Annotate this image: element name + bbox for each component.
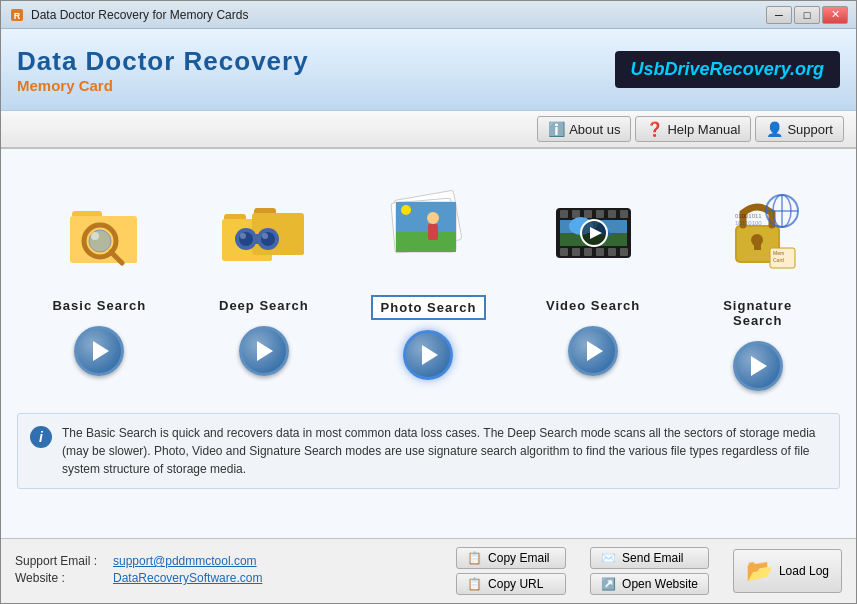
- maximize-button[interactable]: □: [794, 6, 820, 24]
- signature-search-label: Signature Search: [693, 295, 823, 331]
- footer-action-buttons-2: ✉️ Send Email ↗️ Open Website: [590, 547, 709, 595]
- video-search-label: Video Search: [538, 295, 648, 316]
- email-link[interactable]: support@pddmmctool.com: [113, 554, 257, 568]
- basic-search-play-btn[interactable]: [74, 326, 124, 376]
- info-section: i The Basic Search is quick and recovers…: [17, 413, 840, 489]
- video-search-play-btn[interactable]: [568, 326, 618, 376]
- svg-text:01001011: 01001011: [735, 213, 762, 219]
- title-bar-text: Data Doctor Recovery for Memory Cards: [31, 8, 766, 22]
- footer: Support Email : support@pddmmctool.com W…: [1, 538, 856, 603]
- load-log-button[interactable]: 📂 Load Log: [733, 549, 842, 593]
- basic-search-label: Basic Search: [44, 295, 154, 316]
- support-button[interactable]: 👤 Support: [755, 116, 844, 142]
- footer-action-buttons: 📋 Copy Email 📋 Copy URL: [456, 547, 566, 595]
- svg-rect-17: [253, 234, 261, 244]
- close-button[interactable]: ✕: [822, 6, 848, 24]
- svg-rect-40: [572, 248, 580, 256]
- copy-email-icon: 📋: [467, 551, 482, 565]
- support-label: Support: [787, 122, 833, 137]
- email-label: Support Email :: [15, 554, 105, 568]
- minimize-button[interactable]: ─: [766, 6, 792, 24]
- deep-search-item[interactable]: Deep Search: [199, 175, 329, 376]
- copy-url-label: Copy URL: [488, 577, 543, 591]
- play-triangle-basic: [93, 341, 109, 361]
- video-search-item[interactable]: Video Search: [528, 175, 658, 376]
- open-website-button[interactable]: ↗️ Open Website: [590, 573, 709, 595]
- photo-search-icon: [373, 175, 483, 285]
- brand-label: UsbDriveRecovery.org: [615, 51, 840, 88]
- play-triangle-signature: [751, 356, 767, 376]
- open-website-label: Open Website: [622, 577, 698, 591]
- copy-email-label: Copy Email: [488, 551, 549, 565]
- play-triangle-photo: [422, 345, 438, 365]
- svg-text:Card: Card: [773, 257, 784, 263]
- svg-text:Mem: Mem: [773, 250, 784, 256]
- svg-point-8: [91, 232, 99, 240]
- help-manual-label: Help Manual: [667, 122, 740, 137]
- website-label: Website :: [15, 571, 105, 585]
- svg-rect-39: [560, 248, 568, 256]
- svg-rect-35: [584, 210, 592, 218]
- about-us-button[interactable]: ℹ️ About us: [537, 116, 631, 142]
- svg-rect-34: [572, 210, 580, 218]
- website-link[interactable]: DataRecoverySoftware.com: [113, 571, 262, 585]
- svg-rect-38: [620, 210, 628, 218]
- play-triangle-deep: [257, 341, 273, 361]
- help-icon: ❓: [646, 121, 663, 137]
- app-title: Data Doctor Recovery: [17, 46, 615, 77]
- send-email-button[interactable]: ✉️ Send Email: [590, 547, 709, 569]
- video-search-icon: [538, 175, 648, 285]
- signature-search-play-btn[interactable]: [733, 341, 783, 391]
- copy-url-button[interactable]: 📋 Copy URL: [456, 573, 566, 595]
- svg-point-21: [262, 233, 268, 239]
- svg-point-20: [240, 233, 246, 239]
- search-grid: Basic Search: [17, 165, 840, 401]
- play-triangle-video: [587, 341, 603, 361]
- svg-point-29: [427, 212, 439, 224]
- support-icon: 👤: [766, 121, 783, 137]
- photo-search-play-btn[interactable]: [403, 330, 453, 380]
- main-content: Basic Search: [1, 149, 856, 538]
- email-row: Support Email : support@pddmmctool.com: [15, 554, 440, 568]
- info-circle-icon: i: [30, 426, 52, 448]
- svg-point-31: [401, 205, 411, 215]
- window-controls: ─ □ ✕: [766, 6, 848, 24]
- svg-rect-54: [754, 240, 761, 250]
- signature-search-icon: 01001011 10110100 Mem Card: [703, 175, 813, 285]
- svg-rect-33: [560, 210, 568, 218]
- logo-area: Data Doctor Recovery Memory Card: [17, 46, 615, 94]
- title-bar: R Data Doctor Recovery for Memory Cards …: [1, 1, 856, 29]
- help-manual-button[interactable]: ❓ Help Manual: [635, 116, 751, 142]
- deep-search-icon: [209, 175, 319, 285]
- send-email-label: Send Email: [622, 551, 683, 565]
- svg-rect-28: [396, 232, 456, 252]
- svg-rect-36: [596, 210, 604, 218]
- svg-text:R: R: [14, 11, 21, 21]
- deep-search-label: Deep Search: [211, 295, 317, 316]
- basic-search-icon: [44, 175, 154, 285]
- svg-text:10110100: 10110100: [735, 220, 762, 226]
- main-window: R Data Doctor Recovery for Memory Cards …: [0, 0, 857, 604]
- svg-rect-43: [608, 248, 616, 256]
- photo-search-label: Photo Search: [371, 295, 487, 320]
- website-row: Website : DataRecoverySoftware.com: [15, 571, 440, 585]
- open-website-icon: ↗️: [601, 577, 616, 591]
- signature-search-item[interactable]: 01001011 10110100 Mem Card Signature Sea…: [693, 175, 823, 391]
- deep-search-play-btn[interactable]: [239, 326, 289, 376]
- header: Data Doctor Recovery Memory Card UsbDriv…: [1, 29, 856, 111]
- send-email-icon: ✉️: [601, 551, 616, 565]
- footer-info: Support Email : support@pddmmctool.com W…: [15, 554, 440, 588]
- svg-rect-37: [608, 210, 616, 218]
- basic-search-item[interactable]: Basic Search: [34, 175, 164, 376]
- copy-email-button[interactable]: 📋 Copy Email: [456, 547, 566, 569]
- load-log-icon: 📂: [746, 558, 773, 584]
- about-us-label: About us: [569, 122, 620, 137]
- nav-bar: ℹ️ About us ❓ Help Manual 👤 Support: [1, 111, 856, 149]
- svg-rect-42: [596, 248, 604, 256]
- app-icon: R: [9, 7, 25, 23]
- info-icon: ℹ️: [548, 121, 565, 137]
- photo-search-item[interactable]: Photo Search: [363, 175, 493, 380]
- info-text: The Basic Search is quick and recovers d…: [62, 426, 815, 476]
- load-log-label: Load Log: [779, 564, 829, 578]
- copy-url-icon: 📋: [467, 577, 482, 591]
